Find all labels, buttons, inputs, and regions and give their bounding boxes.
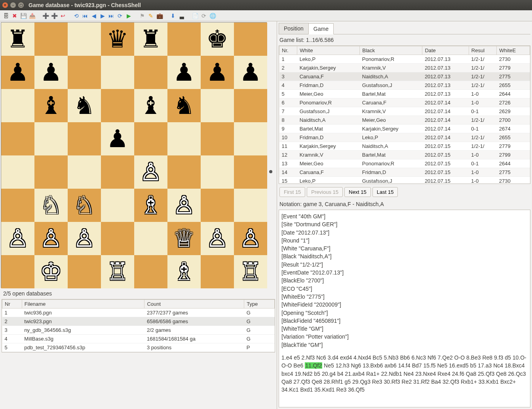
table-row[interactable]: 8Naiditsch,AMeier,Geo2012.07.141/2-1/270… (279, 116, 530, 125)
square[interactable] (34, 23, 68, 56)
table-row[interactable]: 15Leko,PGustafsson,J2012.07.151-02730 (279, 177, 530, 184)
tab-game[interactable]: Game (308, 23, 334, 34)
database-table[interactable]: NrFilenameCountType 1twic936.pgn2377/237… (2, 299, 275, 352)
black-r-piece[interactable]: ♜ (140, 27, 162, 51)
minimize-icon[interactable]: – (10, 2, 16, 8)
document-icon[interactable]: 📄 (192, 12, 199, 19)
square[interactable]: ♝ (34, 89, 68, 122)
square[interactable] (134, 56, 167, 89)
white-n-piece[interactable]: ♘ (73, 193, 95, 218)
white-r-piece[interactable]: ♖ (106, 259, 129, 284)
square[interactable] (68, 23, 101, 56)
table-row[interactable]: 1twic936.pgn2377/2377 gamesG (2, 309, 275, 317)
game-list-table[interactable]: Nr.WhiteBlackDateResulWhiteE 1Leko,PPono… (279, 45, 530, 184)
square[interactable] (234, 23, 267, 56)
white-p-piece[interactable]: ♙ (7, 226, 29, 251)
white-p-piece[interactable]: ♙ (239, 226, 262, 251)
column-header[interactable]: Nr (2, 300, 22, 309)
prev-page-button[interactable]: Previous 15 (307, 187, 343, 197)
square[interactable] (167, 122, 201, 155)
nav-fwd-icon[interactable]: ⏭ (108, 12, 115, 19)
white-q-piece[interactable]: ♕ (173, 226, 195, 251)
square[interactable]: ♙ (68, 222, 101, 255)
nav-rewind-icon[interactable]: ⏮ (82, 12, 89, 19)
table-row[interactable]: 5Meier,GeoBartel,Mat2012.07.131-02644 (279, 90, 530, 98)
white-p-piece[interactable]: ♙ (73, 226, 95, 251)
add-dark-icon[interactable]: ➕ (51, 12, 58, 19)
terminal-icon[interactable]: ▃ (178, 12, 185, 19)
database-icon[interactable]: 🗄 (2, 12, 10, 19)
table-row[interactable]: 12Kramnik,VBartel,Mat2012.07.151-02799 (279, 151, 530, 159)
table-row[interactable]: 4MillBase.s3g1681584/1681584 gaG (2, 335, 275, 343)
column-header[interactable]: White (297, 46, 360, 55)
white-p-piece[interactable]: ♙ (40, 226, 62, 251)
black-q-piece[interactable]: ♛ (106, 27, 129, 51)
table-row[interactable]: 5pdb_test_7293467456.s3p3 positionsP (2, 343, 275, 352)
square[interactable]: ♖ (234, 255, 267, 288)
column-header[interactable]: Resul (469, 46, 496, 55)
square[interactable] (101, 222, 134, 255)
table-row[interactable]: 7Gustafsson,JKramnik,V2012.07.140-12629 (279, 107, 530, 116)
square[interactable] (234, 155, 267, 189)
square[interactable] (101, 155, 134, 189)
white-n-piece[interactable]: ♘ (40, 193, 62, 218)
black-n-piece[interactable]: ♞ (173, 93, 195, 118)
square[interactable] (34, 122, 68, 155)
close-icon[interactable]: ✕ (2, 2, 8, 8)
white-p-piece[interactable]: ♙ (173, 193, 195, 218)
refresh-icon[interactable]: ⟳ (200, 12, 207, 19)
black-r-piece[interactable]: ♜ (7, 27, 29, 51)
square[interactable]: ♙ (234, 222, 267, 255)
square[interactable]: ♜ (1, 23, 34, 56)
square[interactable] (201, 89, 234, 122)
exit-icon[interactable]: ↩ (59, 12, 66, 19)
table-row[interactable]: 2Karjakin,SergeyKramnik,V2012.07.131/2-1… (279, 64, 530, 72)
column-header[interactable]: Count (144, 300, 244, 309)
square[interactable]: ♜ (134, 23, 167, 56)
nav-first-icon[interactable]: ⟲ (73, 12, 80, 19)
square[interactable] (201, 122, 234, 155)
square[interactable]: ♘ (34, 189, 68, 222)
black-p-piece[interactable]: ♟ (7, 60, 29, 85)
square[interactable] (34, 155, 68, 189)
table-row[interactable]: 10Fridman,DLeko,P2012.07.141/2-1/2655 (279, 133, 530, 142)
black-p-piece[interactable]: ♟ (239, 60, 262, 85)
square[interactable]: ♙ (167, 189, 201, 222)
black-p-piece[interactable]: ♟ (40, 60, 62, 85)
square[interactable]: ♘ (68, 189, 101, 222)
add-green-icon[interactable]: ➕ (42, 12, 49, 19)
black-n-piece[interactable]: ♞ (73, 93, 95, 118)
notation-panel[interactable]: [Event "40th GM"][Site "Dortmund GER"][D… (279, 210, 530, 407)
square[interactable] (167, 155, 201, 189)
last-page-button[interactable]: Last 15 (372, 187, 398, 197)
square[interactable]: ♟ (101, 122, 134, 155)
square[interactable] (1, 189, 34, 222)
white-b-piece[interactable]: ♗ (140, 193, 162, 218)
square[interactable]: ♝ (134, 89, 167, 122)
flag-icon[interactable]: ⚑ (139, 12, 146, 19)
square[interactable] (101, 89, 134, 122)
square[interactable]: ♟ (234, 56, 267, 89)
square[interactable]: ♕ (167, 222, 201, 255)
table-row[interactable]: 2twic923.pgn6586/6586 gamesG (2, 317, 275, 326)
square[interactable]: ♙ (34, 222, 68, 255)
square[interactable] (134, 122, 167, 155)
square[interactable] (68, 122, 101, 155)
table-row[interactable]: 13Meier,GeoPonomariov,R2012.07.150-12644 (279, 159, 530, 168)
maximize-icon[interactable]: ▢ (18, 2, 24, 8)
square[interactable]: ♞ (68, 89, 101, 122)
table-row[interactable]: 14Caruana,FFridman,D2012.07.151-02775 (279, 168, 530, 177)
white-p-piece[interactable]: ♙ (206, 226, 228, 251)
delete-icon[interactable]: ✖ (11, 12, 18, 19)
square[interactable]: ♙ (201, 222, 234, 255)
move-list[interactable]: 1.e4 e5 2.Nf3 Nc6 3.d4 exd4 4.Nxd4 Bc5 5… (281, 354, 528, 394)
white-k-piece[interactable]: ♔ (40, 259, 62, 284)
square[interactable]: ♛ (101, 23, 134, 56)
black-p-piece[interactable]: ♟ (206, 60, 228, 85)
nav-last-icon[interactable]: ⟳ (116, 12, 124, 19)
square[interactable] (134, 255, 167, 288)
square[interactable]: ♗ (134, 189, 167, 222)
square[interactable]: ♞ (167, 89, 201, 122)
column-header[interactable]: Filename (22, 300, 144, 309)
black-b-piece[interactable]: ♝ (140, 93, 162, 118)
